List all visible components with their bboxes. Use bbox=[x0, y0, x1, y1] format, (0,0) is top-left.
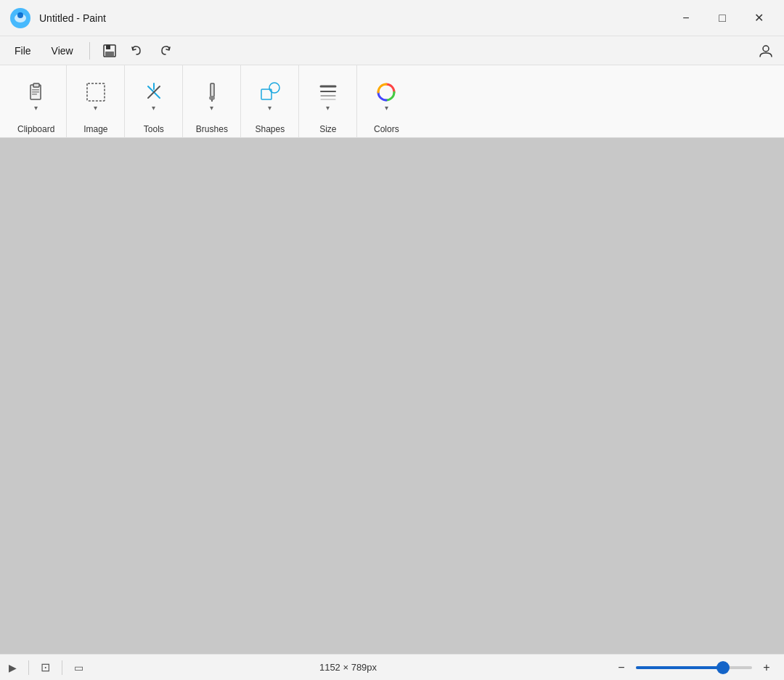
redo-button[interactable] bbox=[152, 38, 177, 63]
ribbon-image-section: ▾ Image bbox=[67, 65, 125, 137]
tools-chevron: ▾ bbox=[152, 104, 155, 112]
window-controls: − □ ✕ bbox=[669, 7, 775, 30]
size-chevron: ▾ bbox=[326, 104, 330, 112]
status-separator-1 bbox=[28, 660, 29, 675]
zoom-slider-thumb[interactable] bbox=[716, 661, 730, 674]
status-bar: ▶ ⊡ ▭ 1152 × 789px − + bbox=[0, 654, 784, 680]
menu-separator bbox=[89, 42, 90, 60]
svg-rect-8 bbox=[33, 83, 39, 87]
ribbon-tools-section: ▾ Tools bbox=[125, 65, 183, 137]
shapes-chevron: ▾ bbox=[268, 104, 271, 112]
svg-rect-5 bbox=[105, 52, 114, 56]
profile-button[interactable] bbox=[754, 38, 778, 63]
app-icon bbox=[9, 7, 32, 30]
ribbon: ▾ Clipboard ▾ Image ▾ bbox=[0, 65, 784, 138]
minimize-button[interactable]: − bbox=[669, 7, 703, 30]
svg-rect-4 bbox=[106, 45, 110, 49]
ribbon-shapes-section: ▾ Shapes bbox=[241, 65, 299, 137]
size-label: Size bbox=[319, 124, 336, 134]
colors-chevron: ▾ bbox=[385, 104, 388, 112]
brushes-chevron: ▾ bbox=[210, 104, 213, 112]
close-button[interactable]: ✕ bbox=[742, 7, 775, 30]
ribbon-clipboard-section: ▾ Clipboard bbox=[6, 65, 67, 137]
svg-point-2 bbox=[17, 12, 23, 18]
clipboard-label: Clipboard bbox=[17, 124, 54, 134]
zoom-slider-fill bbox=[636, 666, 723, 669]
svg-rect-11 bbox=[32, 94, 37, 95]
svg-point-20 bbox=[269, 83, 279, 93]
undo-button[interactable] bbox=[125, 38, 150, 63]
image-label: Image bbox=[83, 124, 107, 134]
save-button[interactable] bbox=[97, 38, 122, 63]
image-chevron: ▾ bbox=[94, 104, 97, 112]
maximize-button[interactable]: □ bbox=[706, 7, 739, 30]
svg-rect-12 bbox=[87, 83, 105, 101]
view-menu[interactable]: View bbox=[43, 42, 82, 60]
image-button[interactable]: ▾ bbox=[81, 78, 110, 115]
colors-label: Colors bbox=[374, 124, 399, 134]
file-menu[interactable]: File bbox=[6, 42, 40, 60]
brushes-button[interactable]: ▾ bbox=[197, 78, 226, 115]
status-separator-2 bbox=[62, 660, 62, 675]
zoom-in-button[interactable]: + bbox=[758, 659, 775, 676]
window-title: Untitled - Paint bbox=[39, 12, 669, 24]
svg-rect-10 bbox=[32, 91, 39, 93]
size-button[interactable]: ▾ bbox=[314, 78, 343, 115]
canvas-dimensions: 1152 × 789px bbox=[95, 662, 601, 673]
svg-rect-9 bbox=[32, 89, 39, 91]
shapes-button[interactable]: ▾ bbox=[256, 78, 285, 115]
menu-bar: File View bbox=[0, 36, 784, 65]
selection-tool-icon: ⊡ bbox=[41, 660, 50, 674]
tools-button[interactable]: ▾ bbox=[139, 78, 168, 115]
ribbon-size-section: ▾ Size bbox=[299, 65, 357, 137]
canvas-area[interactable]: 🖥 Command Prompt − □ ✕ Wireless LAN adap… bbox=[0, 138, 784, 654]
zoom-slider[interactable] bbox=[636, 666, 752, 669]
shapes-label: Shapes bbox=[256, 124, 285, 134]
colors-button[interactable]: ▾ bbox=[372, 78, 401, 115]
dimensions-icon: ▭ bbox=[74, 662, 83, 673]
zoom-out-button[interactable]: − bbox=[613, 659, 630, 676]
zoom-controls: − + bbox=[613, 659, 775, 676]
title-bar: Untitled - Paint − □ ✕ bbox=[0, 0, 784, 36]
tools-label: Tools bbox=[144, 124, 164, 134]
svg-rect-16 bbox=[211, 83, 214, 97]
ribbon-colors-section: ▾ Colors bbox=[357, 65, 415, 137]
clipboard-button[interactable]: ▾ bbox=[22, 78, 51, 115]
arrow-tool-icon: ▶ bbox=[9, 662, 17, 673]
clipboard-chevron: ▾ bbox=[34, 104, 38, 112]
ribbon-brushes-section: ▾ Brushes bbox=[183, 65, 241, 137]
svg-point-6 bbox=[763, 46, 769, 52]
brushes-label: Brushes bbox=[196, 124, 228, 134]
svg-rect-18 bbox=[211, 99, 213, 102]
